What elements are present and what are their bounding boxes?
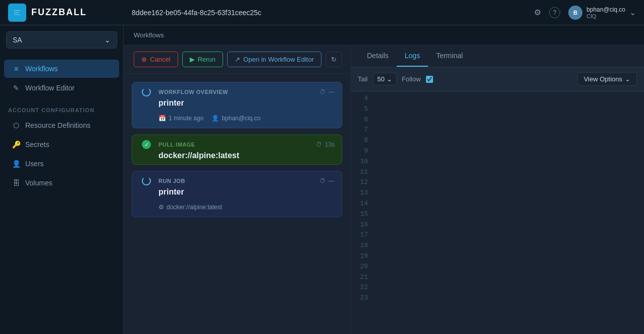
org-selector[interactable]: SA ⌄ [6,31,117,49]
tail-label: Tail [358,75,368,83]
tail-expand-icon: ⌄ [387,75,392,83]
log-line: 18 [351,241,644,251]
overview-time: 📅 1 minute ago [158,115,203,122]
user-org: CIQ [586,13,625,19]
sidebar-item-resource-definitions[interactable]: ⬡ Resource Definitions [4,116,119,134]
calendar-icon: 📅 [158,115,166,122]
main-layout: SA ⌄ ≡ Workflows ✎ Workflow Editor ACCOU… [0,25,644,334]
open-editor-icon: ↗ [235,56,240,63]
log-line-number: 22 [351,282,376,293]
run-job-clock-icon: ⏱ [319,177,326,184]
volumes-icon: 🗄 [12,179,20,187]
run-job-more-icon[interactable]: — [329,177,335,184]
log-line-number: 18 [351,241,376,251]
run-job-image: ⚙ docker://alpine:latest [158,204,222,211]
run-job-meta: ⚙ docker://alpine:latest [132,201,342,217]
log-line-number: 14 [351,199,376,209]
sidebar-item-users[interactable]: 👤 Users [4,155,119,173]
sidebar-nav: ≡ Workflows ✎ Workflow Editor ACCOUNT CO… [0,55,123,197]
sidebar-label-workflow-editor: Workflow Editor [25,84,75,92]
follow-checkbox[interactable] [426,76,433,83]
rerun-button[interactable]: ▶ Rerun [182,52,223,67]
log-line: 15 [351,209,644,220]
topbar: FUZZBALL 8ddee162-be05-44fa-8c25-63f31ce… [0,0,644,25]
logs-panel: Details Logs Terminal Tail 50 ⌄ Follo [351,45,644,334]
log-line-number: 8 [351,135,376,146]
topbar-icons: ⚙ ? B bphan@ciq.co CIQ ⌄ [534,6,636,20]
log-line: 7 [351,125,644,135]
log-line: 20 [351,262,644,272]
pull-image-clock-icon: ⏱ [316,141,322,148]
log-line-number: 10 [351,157,376,167]
cancel-label: Cancel [150,56,170,63]
log-line-number: 7 [351,125,376,135]
log-line-number: 15 [351,209,376,220]
run-job-card[interactable]: RUN JOB ⏱ — printer ⚙ docker://alpine: [132,171,342,217]
cancel-button[interactable]: ⊗ Cancel [134,52,178,67]
workflow-overview-card[interactable]: WORKFLOW OVERVIEW ⏱ — printer 📅 1 min [132,82,342,128]
open-editor-button[interactable]: ↗ Open in Workflow Editor [227,52,321,67]
org-label: SA [13,36,22,44]
tab-logs[interactable]: Logs [397,45,428,67]
log-line: 10 [351,157,644,167]
user-expand-icon: ⌄ [629,8,636,17]
run-job-card-actions: ⏱ — [319,177,335,184]
app-logo-text: FUZZBALL [31,7,87,18]
refresh-button[interactable]: ↻ [326,52,342,67]
log-line: 4 [351,93,644,104]
secrets-icon: 🔑 [12,140,20,149]
log-line: 6 [351,115,644,125]
cancel-icon: ⊗ [141,56,147,63]
log-line: 11 [351,167,644,178]
tab-details[interactable]: Details [359,45,397,67]
help-icon[interactable]: ? [549,7,560,18]
content-area: Workflows ⊗ Cancel ▶ Rerun ↗ Open in Wor… [124,25,644,334]
view-options-button[interactable]: View Options ⌄ [577,72,637,86]
log-line: 9 [351,146,644,157]
sidebar-item-volumes[interactable]: 🗄 Volumes [4,174,119,192]
account-config-section: ACCOUNT CONFIGURATION [0,101,123,115]
tab-terminal[interactable]: Terminal [428,45,471,67]
log-line: 19 [351,251,644,262]
sidebar-item-workflows[interactable]: ≡ Workflows [4,60,119,78]
workflow-items: WORKFLOW OVERVIEW ⏱ — printer 📅 1 min [124,74,350,225]
log-line-number: 9 [351,146,376,157]
refresh-icon: ↻ [331,56,337,63]
log-line-number: 23 [351,293,376,304]
run-job-title: printer [132,187,342,201]
user-menu[interactable]: B bphan@ciq.co CIQ ⌄ [568,6,636,20]
user-details: bphan@ciq.co CIQ [586,6,625,19]
workflow-actions-bar: ⊗ Cancel ▶ Rerun ↗ Open in Workflow Edit… [124,45,350,74]
log-line: 23 [351,293,644,304]
user-avatar: B [568,6,582,20]
follow-label: Follow [402,75,421,83]
log-line-number: 17 [351,230,376,241]
overview-card-actions: ⏱ — [319,88,335,96]
sidebar-label-workflows: Workflows [25,65,58,73]
settings-icon[interactable]: ⚙ [534,8,541,17]
instance-id: 8ddee162-be05-44fa-8c25-63f31ceec25c [132,9,534,17]
logo-icon [8,4,26,22]
log-line-number: 21 [351,272,376,283]
log-line: 16 [351,220,644,230]
pull-image-duration: 13s [325,141,335,148]
overview-more-icon[interactable]: — [329,88,335,96]
log-line-number: 19 [351,251,376,262]
open-editor-label: Open in Workflow Editor [243,56,314,63]
workflow-list-panel: ⊗ Cancel ▶ Rerun ↗ Open in Workflow Edit… [124,45,351,334]
user-email: bphan@ciq.co [586,6,625,13]
logs-toolbar: Tail 50 ⌄ Follow View Options ⌄ [351,67,644,91]
log-line: 12 [351,177,644,188]
tail-select[interactable]: 50 ⌄ [373,73,397,85]
user-icon: 👤 [211,115,219,122]
log-line-number: 6 [351,115,376,125]
sidebar-item-workflow-editor[interactable]: ✎ Workflow Editor [4,79,119,97]
sidebar-item-secrets[interactable]: 🔑 Secrets [4,135,119,154]
logo-area: FUZZBALL [8,4,132,22]
org-expand-icon: ⌄ [104,36,111,44]
overview-title: printer [132,99,342,112]
log-line: 17 [351,230,644,241]
pull-image-status-done: ✓ [142,140,151,149]
pull-image-card[interactable]: ✓ PULL IMAGE ⏱ 13s docker://alpine:lates… [132,134,342,165]
log-line: 21 [351,272,644,283]
